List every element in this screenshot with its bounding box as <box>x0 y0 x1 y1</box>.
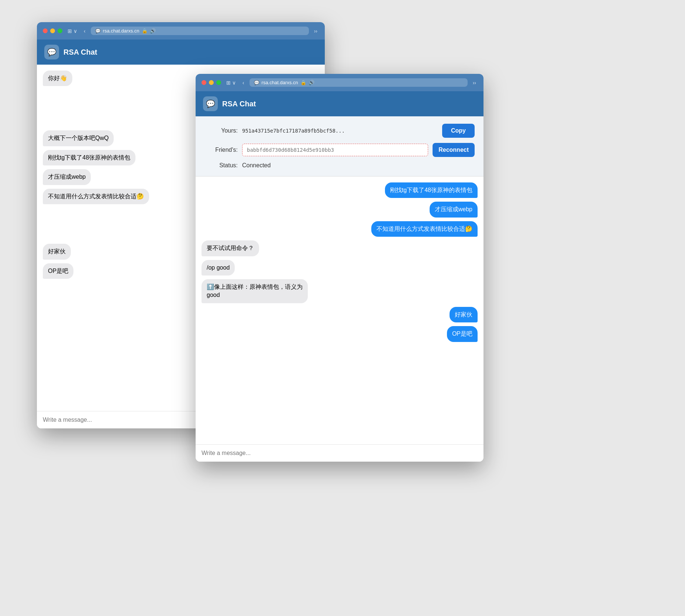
message-2: 大概下一个版本吧QwQ <box>43 130 114 146</box>
app-title-front: RSA Chat <box>222 100 256 108</box>
message-1: 你好👋 <box>43 71 72 86</box>
copy-button[interactable]: Copy <box>442 124 475 138</box>
address-bar-back[interactable]: 💬 rsa.chat.darxs.cn 🔒 🔊 <box>91 27 309 35</box>
status-value: Connected <box>242 162 271 169</box>
traffic-lights-back <box>43 28 62 33</box>
title-bar-front: ⊞ ∨ ‹ 💬 rsa.chat.darxs.cn 🔒 🔊 ›› <box>196 74 483 91</box>
address-bar-front[interactable]: 💬 rsa.chat.darxs.cn 🔒 🔊 <box>249 78 468 87</box>
message-input-front[interactable] <box>202 450 478 456</box>
app-logo-back: 💬 <box>44 45 59 59</box>
message-7: 好家伙 <box>43 244 71 259</box>
front-message-2: 才压缩成webp <box>430 202 478 217</box>
yours-label: Yours: <box>204 127 238 134</box>
front-message-6: ⬆️像上面这样：原神表情包，语义为good <box>202 279 308 303</box>
sidebar-toggle-button-front[interactable]: ⊞ ∨ <box>225 79 237 86</box>
browser-window-front: ⊞ ∨ ‹ 💬 rsa.chat.darxs.cn 🔒 🔊 ›› 💬 RSA C… <box>196 74 483 462</box>
app-title-back: RSA Chat <box>63 48 97 57</box>
url-text-front: rsa.chat.darxs.cn <box>262 80 298 85</box>
front-message-1: 刚找tg下载了48张原神的表情包 <box>385 182 478 198</box>
sidebar-toggle-button[interactable]: ⊞ ∨ <box>66 27 79 35</box>
chat-icon-front: 💬 <box>254 80 259 85</box>
title-bar-back: ⊞ ∨ ‹ 💬 rsa.chat.darxs.cn 🔒 🔊 ›› <box>37 22 325 40</box>
front-message-4: 要不试试用命令？ <box>202 240 259 256</box>
status-label: Status: <box>204 162 238 169</box>
front-message-8: OP是吧 <box>447 326 478 342</box>
app-header-front: 💬 RSA Chat <box>196 91 483 116</box>
chat-area-front[interactable]: 刚找tg下载了48张原神的表情包 才压缩成webp 不知道用什么方式发表情比较合… <box>196 177 483 444</box>
speaker-icon: 🔊 <box>150 28 156 34</box>
status-row: Status: Connected <box>204 162 475 169</box>
friends-row: Friend's: Reconnect <box>204 143 475 157</box>
front-message-3: 不知道用什么方式发表情比较合适🤔 <box>371 221 478 237</box>
app-logo-front: 💬 <box>203 96 218 111</box>
close-button[interactable] <box>43 28 48 33</box>
url-text: rsa.chat.darxs.cn <box>103 28 140 34</box>
back-button[interactable]: ‹ <box>82 27 87 35</box>
message-4: 才压缩成webp <box>43 169 91 185</box>
chat-icon: 💬 <box>95 28 101 34</box>
close-button-front[interactable] <box>202 80 206 85</box>
front-message-5: /op good <box>202 260 235 276</box>
forward-button-front[interactable]: ›› <box>471 79 478 86</box>
front-message-7: 好家伙 <box>450 307 478 322</box>
traffic-lights-front <box>202 80 221 85</box>
logo-icon: 💬 <box>47 48 56 57</box>
back-button-front[interactable]: ‹ <box>241 79 246 86</box>
message-5: 不知道用什么方式发表情比较合适🤔 <box>43 189 149 204</box>
forward-button[interactable]: ›› <box>313 27 319 35</box>
message-3: 刚找tg下载了48张原神的表情包 <box>43 150 135 165</box>
lock-icon: 🔒 <box>142 28 148 34</box>
yours-row: Yours: 951a43715e7bfc17187a89fb5bcf58...… <box>204 124 475 138</box>
yours-value: 951a43715e7bfc17187a89fb5bcf58... <box>242 128 438 134</box>
friends-key-input[interactable] <box>242 144 428 156</box>
minimize-button[interactable] <box>50 28 55 33</box>
lock-icon-front: 🔒 <box>300 80 306 85</box>
key-panel: Yours: 951a43715e7bfc17187a89fb5bcf58...… <box>196 116 483 177</box>
friends-label: Friend's: <box>204 147 238 153</box>
minimize-button-front[interactable] <box>209 80 214 85</box>
app-header-back: 💬 RSA Chat <box>37 40 325 65</box>
logo-icon-front: 💬 <box>206 99 215 108</box>
speaker-icon-front: 🔊 <box>309 80 314 85</box>
maximize-button[interactable] <box>58 28 62 33</box>
reconnect-button[interactable]: Reconnect <box>433 143 475 157</box>
maximize-button-front[interactable] <box>216 80 221 85</box>
message-8: OP是吧 <box>43 263 73 279</box>
input-bar-front[interactable] <box>196 444 483 462</box>
